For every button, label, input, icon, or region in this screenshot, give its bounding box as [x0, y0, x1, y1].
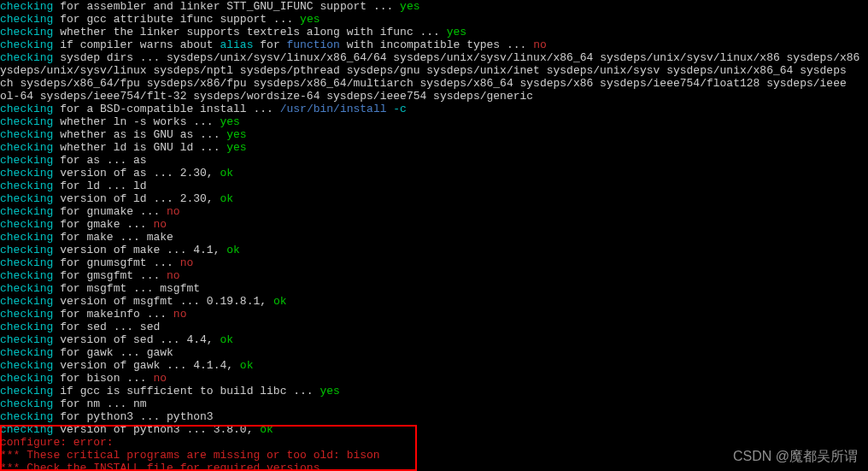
terminal-segment: ch sysdeps/x86_64/fpu sysdeps/x86/fpu sy…: [0, 77, 847, 90]
terminal-line: checking version of ld ... 2.30, ok: [0, 192, 868, 205]
terminal-segment: checking: [0, 231, 53, 244]
terminal-line: checking for make ... make: [0, 231, 868, 244]
terminal-segment: ok: [220, 192, 233, 205]
terminal-line: checking for bison ... no: [0, 372, 868, 385]
terminal-segment: no: [173, 308, 187, 321]
terminal-segment: for gcc attribute ifunc support ...: [53, 13, 300, 26]
terminal-segment: checking: [0, 103, 53, 115]
terminal-segment: checking: [0, 333, 53, 346]
terminal-segment: checking: [0, 13, 53, 26]
terminal-line: checking for gnumake ... no: [0, 205, 868, 218]
terminal-segment: checking: [0, 397, 53, 410]
terminal-line: checking for as ... as: [0, 154, 868, 167]
terminal-line: checking for python3 ... python3: [0, 410, 868, 423]
terminal-segment: checking: [0, 385, 53, 397]
terminal-segment: for gawk ... gawk: [53, 346, 173, 359]
terminal-segment: version of python3 ... 3.8.0,: [53, 423, 260, 436]
terminal-line: checking for gcc attribute ifunc support…: [0, 13, 868, 26]
terminal-segment: checking: [0, 192, 53, 205]
terminal-segment: yes: [226, 141, 246, 154]
terminal-segment: whether the linker supports textrels alo…: [53, 26, 446, 38]
terminal-segment: checking: [0, 0, 53, 13]
terminal-segment: ol-64 sysdeps/ieee754/flt-32 sysdeps/wor…: [0, 90, 533, 103]
terminal-segment: for gmsgfmt ...: [53, 269, 167, 282]
terminal-segment: no: [167, 269, 180, 282]
terminal-line: checking if compiler warns about alias f…: [0, 38, 868, 51]
terminal-segment: for make ... make: [53, 231, 173, 244]
terminal-segment: whether ld is GNU ld ...: [53, 141, 226, 154]
terminal-line: checking whether the linker supports tex…: [0, 26, 868, 38]
terminal-segment: alias: [220, 38, 253, 51]
terminal-segment: sysdep dirs ... sysdeps/unix/sysv/linux/…: [53, 51, 859, 64]
terminal-line: ysdeps/unix/sysv/linux sysdeps/nptl sysd…: [0, 64, 868, 77]
terminal-segment: checking: [0, 346, 53, 359]
terminal-segment: yes: [447, 26, 466, 38]
terminal-segment: if gcc is sufficient to build libc ...: [53, 385, 320, 397]
terminal-line: ol-64 sysdeps/ieee754/flt-32 sysdeps/wor…: [0, 90, 868, 103]
terminal-segment: for sed ... sed: [53, 321, 160, 333]
terminal-line: checking for gmsgfmt ... no: [0, 269, 868, 282]
terminal-segment: for as ... as: [53, 154, 146, 167]
terminal-line: checking for makeinfo ... no: [0, 308, 868, 321]
terminal-line: ch sysdeps/x86_64/fpu sysdeps/x86/fpu sy…: [0, 77, 868, 90]
terminal-segment: configure: error:: [0, 436, 114, 449]
terminal-segment: checking: [0, 282, 53, 295]
terminal-line: checking version of gawk ... 4.1.4, ok: [0, 359, 868, 372]
terminal-segment: function: [287, 38, 340, 51]
terminal-segment: checking: [0, 141, 53, 154]
terminal-segment: ok: [240, 359, 254, 372]
terminal-segment: version of make ... 4.1,: [53, 244, 226, 256]
terminal-line: *** Check the INSTALL file for required …: [0, 462, 868, 471]
terminal-segment: for gmake ...: [53, 218, 153, 231]
terminal-segment: for bison ...: [53, 372, 153, 385]
terminal-segment: checking: [0, 269, 53, 282]
terminal-line: configure: error:: [0, 436, 868, 449]
terminal-line: checking for assembler and linker STT_GN…: [0, 0, 868, 13]
terminal-segment: for gnumsgfmt ...: [53, 256, 179, 269]
terminal-segment: no: [180, 256, 194, 269]
terminal-segment: checking: [0, 372, 53, 385]
terminal-segment: no: [533, 38, 547, 51]
terminal-line: checking for sed ... sed: [0, 321, 868, 333]
terminal-segment: version of msgfmt ... 0.19.8.1,: [53, 295, 273, 308]
terminal-segment: checking: [0, 205, 53, 218]
terminal-line: checking version of sed ... 4.4, ok: [0, 333, 868, 346]
terminal-segment: checking: [0, 38, 53, 51]
terminal-segment: for assembler and linker STT_GNU_IFUNC s…: [53, 0, 400, 13]
terminal-segment: ok: [273, 295, 287, 308]
terminal-segment: checking: [0, 154, 53, 167]
terminal-segment: with incompatible types ...: [340, 38, 533, 51]
terminal-segment: ok: [226, 244, 240, 256]
terminal-segment: checking: [0, 51, 53, 64]
terminal-line: checking for msgfmt ... msgfmt: [0, 282, 868, 295]
terminal-segment: checking: [0, 244, 53, 256]
terminal-segment: version of gawk ... 4.1.4,: [53, 359, 239, 372]
terminal-segment: yes: [300, 13, 320, 26]
terminal-segment: ok: [220, 333, 233, 346]
terminal-line: checking whether ln -s works ... yes: [0, 115, 868, 128]
terminal-line: checking for gnumsgfmt ... no: [0, 256, 868, 269]
terminal-segment: checking: [0, 295, 53, 308]
terminal-segment: for nm ... nm: [53, 397, 146, 410]
terminal-segment: checking: [0, 26, 53, 38]
terminal-line: checking version of as ... 2.30, ok: [0, 167, 868, 180]
terminal-segment: yes: [320, 385, 339, 397]
terminal-segment: yes: [400, 0, 419, 13]
terminal-segment: ok: [220, 167, 233, 180]
terminal-segment: no: [153, 218, 167, 231]
terminal-segment: version of sed ... 4.4,: [53, 333, 220, 346]
terminal-segment: for msgfmt ... msgfmt: [53, 282, 200, 295]
terminal-segment: for makeinfo ...: [53, 308, 173, 321]
terminal-segment: ysdeps/unix/sysv/linux sysdeps/nptl sysd…: [0, 64, 847, 77]
terminal-segment: checking: [0, 321, 53, 333]
terminal-segment: version of as ... 2.30,: [53, 167, 220, 180]
terminal-segment: no: [153, 372, 167, 385]
terminal-segment: yes: [220, 115, 239, 128]
terminal-line: checking sysdep dirs ... sysdeps/unix/sy…: [0, 51, 868, 64]
terminal-line: checking version of msgfmt ... 0.19.8.1,…: [0, 295, 868, 308]
terminal-segment: for gnumake ...: [53, 205, 167, 218]
terminal-segment: *** Check the INSTALL file for required …: [0, 462, 326, 471]
terminal-segment: whether as is GNU as ...: [53, 128, 226, 141]
terminal-line: checking version of make ... 4.1, ok: [0, 244, 868, 256]
terminal-segment: if compiler warns about: [53, 38, 220, 51]
